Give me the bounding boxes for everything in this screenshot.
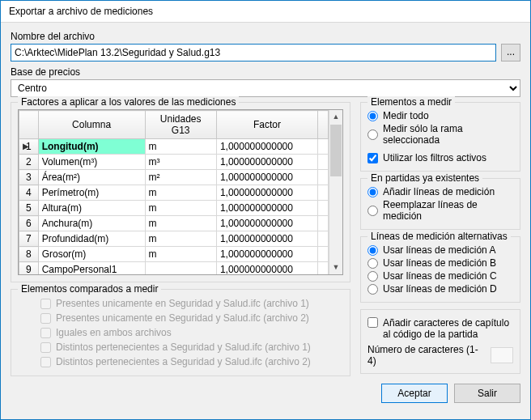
check-chapter-chars[interactable]: Añadir caracteres de capítulo al código … — [367, 316, 513, 341]
filename-label: Nombre del archivo — [11, 31, 520, 42]
radio-alt-a[interactable]: Usar líneas de medición A — [367, 244, 513, 257]
table-row[interactable]: 9CampoPersonal11,000000000000 — [19, 262, 329, 275]
radio-measure-branch[interactable]: Medir sólo la rama seleccionada — [367, 122, 513, 146]
row-number[interactable]: ▶1 — [19, 139, 39, 155]
cell-factor[interactable]: 1,000000000000 — [216, 139, 317, 155]
export-dialog: Exportar a archivo de mediciones Nombre … — [0, 0, 531, 420]
row-number[interactable]: 7 — [19, 231, 39, 247]
radio-alt-c[interactable]: Usar líneas de medición C — [367, 269, 513, 282]
radio-existing-add[interactable]: Añadir líneas de medición — [367, 185, 513, 198]
table-scrollbar[interactable]: ▲ ▼ — [329, 110, 342, 274]
cell-columna[interactable]: Profundidad(m) — [38, 231, 145, 247]
window-title: Exportar a archivo de mediciones — [1, 1, 530, 23]
radio-alt-d[interactable]: Usar líneas de medición D — [367, 282, 513, 295]
cell-unidades[interactable]: m — [145, 247, 216, 262]
cell-extra[interactable] — [317, 262, 328, 275]
cancel-button[interactable]: Salir — [454, 384, 520, 403]
cell-unidades[interactable]: m — [145, 139, 216, 155]
compared-item: Presentes unicamente en Seguridad y Salu… — [18, 311, 343, 325]
cell-unidades[interactable]: m — [145, 185, 216, 201]
cell-extra[interactable] — [317, 170, 328, 185]
cell-extra[interactable] — [317, 231, 328, 247]
cell-columna[interactable]: Longitud(m) — [38, 139, 145, 155]
cell-unidades[interactable]: m — [145, 216, 216, 231]
row-pointer-icon: ▶ — [23, 142, 29, 151]
compared-item: Iguales en ambos archivos — [18, 325, 343, 340]
cell-columna[interactable]: Grosor(m) — [38, 247, 145, 262]
cell-extra[interactable] — [317, 155, 328, 170]
compared-item: Presentes unicamente en Seguridad y Salu… — [18, 296, 343, 311]
cell-factor[interactable]: 1,000000000000 — [216, 216, 317, 231]
row-number[interactable]: 2 — [19, 155, 39, 170]
cell-factor[interactable]: 1,000000000000 — [216, 155, 317, 170]
cell-extra[interactable] — [317, 216, 328, 231]
table-row[interactable]: ▶1Longitud(m)m1,000000000000 — [19, 139, 329, 155]
cell-factor[interactable]: 1,000000000000 — [216, 231, 317, 247]
cell-factor[interactable]: 1,000000000000 — [216, 247, 317, 262]
row-number[interactable]: 3 — [19, 170, 39, 185]
cell-unidades[interactable]: m — [145, 231, 216, 247]
row-number[interactable]: 6 — [19, 216, 39, 231]
cell-factor[interactable]: 1,000000000000 — [216, 170, 317, 185]
table-row[interactable]: 8Grosor(m)m1,000000000000 — [19, 247, 329, 262]
numchars-input[interactable] — [491, 347, 513, 363]
cell-unidades[interactable]: m² — [145, 170, 216, 185]
numchars-label: Número de caracteres (1-4) — [367, 344, 486, 367]
table-row[interactable]: 4Perímetro(m)m1,000000000000 — [19, 185, 329, 201]
col-header-unidades[interactable]: Unidades G13 — [145, 111, 216, 139]
compared-item: Distintos pertenecientes a Seguridad y S… — [18, 354, 343, 369]
compared-group-title: Elementos comparados a medir — [18, 283, 161, 295]
radio-measure-all[interactable]: Medir todo — [367, 109, 513, 122]
cell-unidades[interactable]: m³ — [145, 155, 216, 170]
cell-factor[interactable]: 1,000000000000 — [216, 185, 317, 201]
table-row[interactable]: 5Altura(m)m1,000000000000 — [19, 201, 329, 216]
cell-factor[interactable]: 1,000000000000 — [216, 201, 317, 216]
cell-extra[interactable] — [317, 185, 328, 201]
col-header-columna[interactable]: Columna — [38, 111, 145, 139]
col-header-extra[interactable] — [317, 111, 328, 139]
row-number[interactable]: 4 — [19, 185, 39, 201]
pricebase-select[interactable]: Centro — [11, 79, 520, 97]
radio-existing-replace[interactable]: Reemplazar líneas de medición — [367, 198, 513, 223]
cell-extra[interactable] — [317, 139, 328, 155]
table-row[interactable]: 3Área(m²)m²1,000000000000 — [19, 170, 329, 185]
cell-factor[interactable]: 1,000000000000 — [216, 262, 317, 275]
cell-columna[interactable]: Perímetro(m) — [38, 185, 145, 201]
cell-columna[interactable]: Volumen(m³) — [38, 155, 145, 170]
existing-group-title: En partidas ya existentes — [367, 172, 482, 184]
scroll-up-icon[interactable]: ▲ — [329, 110, 342, 124]
pricebase-label: Base de precios — [11, 66, 520, 78]
check-filters[interactable]: Utilizar los filtros activos — [367, 151, 513, 164]
measure-group-title: Elementos a medir — [367, 96, 455, 108]
cell-extra[interactable] — [317, 247, 328, 262]
filename-input[interactable] — [11, 44, 496, 62]
row-number[interactable]: 5 — [19, 201, 39, 216]
row-number[interactable]: 8 — [19, 247, 39, 262]
col-header-factor[interactable]: Factor — [216, 111, 317, 139]
ok-button[interactable]: Aceptar — [381, 384, 448, 403]
dialog-content: Nombre del archivo ... Base de precios C… — [1, 23, 530, 419]
table-row[interactable]: 2Volumen(m³)m³1,000000000000 — [19, 155, 329, 170]
scroll-down-icon[interactable]: ▼ — [329, 261, 342, 274]
altlines-group-title: Líneas de medición alternativas — [367, 231, 511, 242]
scroll-thumb[interactable] — [330, 125, 342, 176]
factors-group-title: Factores a aplicar a los valores de las … — [18, 96, 239, 108]
cell-unidades[interactable]: m — [145, 201, 216, 216]
cell-columna[interactable]: Área(m²) — [38, 170, 145, 185]
table-row[interactable]: 6Anchura(m)m1,000000000000 — [19, 216, 329, 231]
compared-item: Distintos pertenecientes a Seguridad y S… — [18, 340, 343, 354]
table-row[interactable]: 7Profundidad(m)m1,000000000000 — [19, 231, 329, 247]
browse-button[interactable]: ... — [501, 44, 520, 62]
cell-unidades[interactable] — [145, 262, 216, 275]
row-number[interactable]: 9 — [19, 262, 39, 275]
cell-columna[interactable]: Anchura(m) — [38, 216, 145, 231]
radio-alt-b[interactable]: Usar líneas de medición B — [367, 257, 513, 269]
cell-columna[interactable]: Altura(m) — [38, 201, 145, 216]
cell-columna[interactable]: CampoPersonal1 — [38, 262, 145, 275]
rowhead-header[interactable] — [19, 111, 39, 139]
cell-extra[interactable] — [317, 201, 328, 216]
factors-table[interactable]: Columna Unidades G13 Factor ▶1Longitud(m… — [18, 109, 343, 275]
